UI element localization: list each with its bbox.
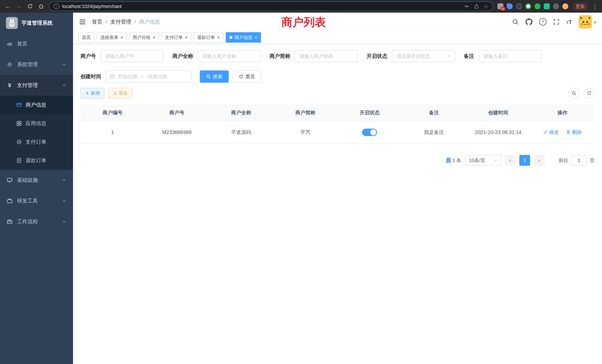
- tab-pay-order[interactable]: 支付订单: [161, 32, 191, 43]
- extension-badge: 10: [500, 7, 505, 11]
- close-icon[interactable]: [185, 35, 188, 40]
- search-form-row-1: 商户号 商户全称 商户简称 开启状态 请选择开启状态: [80, 50, 595, 62]
- next-page-button[interactable]: [534, 155, 545, 166]
- grid-icon: [16, 121, 22, 126]
- document-icon: [16, 158, 22, 163]
- tab-user-group[interactable]: 用户分组: [129, 32, 159, 43]
- breadcrumb-separator: /: [135, 19, 136, 25]
- sidebar-item-payment[interactable]: ¥ 支付管理: [0, 75, 73, 96]
- font-size-icon[interactable]: [566, 19, 572, 25]
- toolbar-right: [569, 88, 595, 99]
- column-header: 商户号: [145, 105, 209, 121]
- export-button-label: 导出: [119, 90, 128, 96]
- extension-icon[interactable]: [553, 3, 559, 9]
- column-header: 商户全称: [209, 105, 273, 121]
- browser-update-button[interactable]: 更新: [573, 2, 588, 11]
- merchant-no-input[interactable]: [100, 50, 163, 62]
- user-avatar[interactable]: [579, 15, 596, 29]
- browser-back-icon[interactable]: [4, 3, 11, 10]
- edit-link[interactable]: 修改: [543, 129, 559, 136]
- date-end-placeholder: 结束日期: [148, 73, 167, 80]
- sidebar-subitem-merchant-info[interactable]: 商户信息: [0, 96, 73, 114]
- column-header: 商户简称: [273, 105, 337, 121]
- sidebar-item-devtools[interactable]: 研发工具: [0, 191, 73, 211]
- cell-merchant-no: M233666999: [145, 121, 209, 144]
- calendar-icon: [110, 74, 115, 79]
- help-icon[interactable]: [539, 18, 547, 26]
- delete-link[interactable]: 删除: [566, 129, 582, 136]
- extension-icon[interactable]: [516, 3, 522, 9]
- status-field: 开启状态 请选择开启状态: [367, 50, 455, 62]
- info-icon[interactable]: [54, 3, 59, 9]
- tab-home[interactable]: 首页: [78, 32, 95, 43]
- top-navbar: 首页 / 支付管理 / 商户信息 商户列表: [73, 13, 602, 31]
- page-number-button[interactable]: 1: [519, 155, 530, 166]
- close-icon[interactable]: [120, 35, 123, 40]
- page-size-value: 10条/页: [469, 157, 494, 164]
- tab-refund-order[interactable]: 退款订单: [194, 32, 224, 43]
- field-label: 商户号: [80, 53, 96, 60]
- sidebar-subitem-app-info[interactable]: 应用信息: [0, 114, 73, 133]
- field-label: 商户全称: [172, 53, 193, 60]
- extension-icon[interactable]: [544, 3, 550, 9]
- column-header: 备注: [402, 105, 466, 121]
- extension-icon[interactable]: [562, 3, 568, 9]
- fullscreen-icon[interactable]: [553, 19, 559, 25]
- tab-merchant-info[interactable]: 商户信息: [226, 32, 261, 43]
- close-icon[interactable]: [255, 35, 257, 40]
- prev-page-button[interactable]: [505, 155, 516, 166]
- search-icon[interactable]: [512, 19, 519, 25]
- breadcrumb-item[interactable]: 首页: [92, 18, 102, 25]
- close-icon[interactable]: [153, 35, 155, 40]
- order-icon: [16, 139, 22, 145]
- toggle-search-icon[interactable]: [569, 88, 579, 99]
- reset-button[interactable]: 重置: [232, 70, 261, 83]
- browser-menu-icon[interactable]: [592, 3, 598, 10]
- add-button[interactable]: 新增: [80, 88, 105, 99]
- extension-icon[interactable]: [525, 3, 531, 9]
- sidebar-subitem-pay-order[interactable]: 支付订单: [0, 133, 73, 151]
- refresh-table-icon[interactable]: [584, 88, 595, 99]
- browser-reload-icon[interactable]: [27, 3, 33, 9]
- pencil-icon: [543, 130, 548, 134]
- share-icon[interactable]: [474, 4, 479, 9]
- tab-label: 商户信息: [235, 34, 252, 40]
- search-button[interactable]: 搜索: [200, 70, 229, 83]
- extension-icon[interactable]: [535, 3, 540, 9]
- status-select[interactable]: 请选择开启状态: [392, 50, 455, 62]
- bookmark-star-icon[interactable]: [484, 3, 488, 10]
- full-name-input[interactable]: [198, 50, 261, 62]
- address-bar[interactable]: localhost:1024/pay/merchant: [49, 1, 493, 11]
- page-size-select[interactable]: 10条/页: [465, 155, 501, 166]
- search-icon: [206, 74, 211, 79]
- sidebar-item-system[interactable]: 系统管理: [0, 54, 73, 75]
- tab-process-form[interactable]: 流程表单: [97, 32, 127, 43]
- remark-input[interactable]: [479, 50, 542, 62]
- trash-icon: [566, 130, 570, 134]
- sidebar-item-workflow[interactable]: 工作流程: [0, 211, 73, 232]
- payment-submenu: 商户信息 应用信息 支付订单: [0, 96, 73, 170]
- goto-page-input[interactable]: [571, 155, 587, 166]
- date-range-picker[interactable]: 开始日期 - 结束日期: [106, 70, 192, 83]
- create-time-field: 创建时间 开始日期 - 结束日期: [80, 70, 192, 83]
- browser-home-icon[interactable]: [38, 3, 44, 9]
- field-label: 备注: [464, 53, 474, 60]
- github-icon[interactable]: [526, 18, 533, 25]
- extension-icon[interactable]: [507, 3, 513, 9]
- sidebar-item-home[interactable]: 首页: [0, 33, 73, 54]
- hamburger-icon[interactable]: [79, 18, 86, 25]
- sidebar-item-infrastructure[interactable]: 基础设施: [0, 170, 73, 191]
- app-logo[interactable]: 芋道管理系统: [0, 13, 73, 33]
- status-toggle[interactable]: [362, 129, 377, 136]
- breadcrumb-item[interactable]: 支付管理: [110, 18, 131, 25]
- short-name-input[interactable]: [295, 50, 358, 62]
- close-icon[interactable]: [217, 35, 220, 40]
- extension-icon[interactable]: 10: [497, 3, 503, 9]
- browser-forward-icon[interactable]: [16, 3, 22, 10]
- chevron-down-icon: [62, 62, 66, 67]
- password-key-icon[interactable]: [464, 4, 470, 9]
- plus-icon: [85, 91, 89, 95]
- sidebar-subitem-refund-order[interactable]: 退款订单: [0, 151, 73, 170]
- export-button[interactable]: 导出: [108, 88, 132, 99]
- merchant-table: 商户编号 商户号 商户全称 商户简称 开启状态 备注 创建时间 操作 1: [80, 105, 595, 144]
